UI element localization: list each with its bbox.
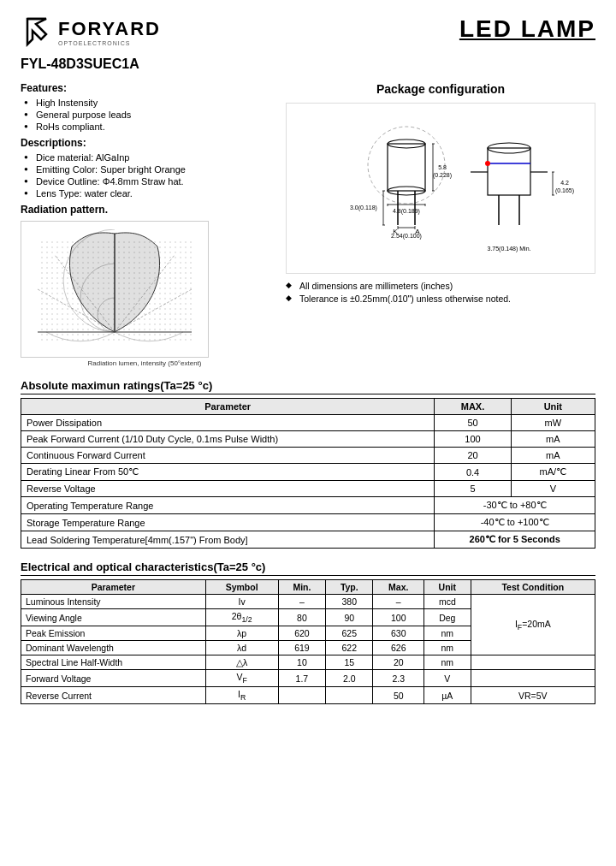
elec-min: 1.7 — [278, 670, 326, 687]
elec-cond: IF=20mA — [471, 595, 595, 655]
elec-unit: nm — [424, 655, 471, 670]
unit-cell: mA — [511, 431, 595, 448]
elec-min: 619 — [278, 641, 326, 655]
elec-unit: nm — [424, 626, 471, 641]
elec-max: 630 — [373, 626, 424, 641]
unit-cell: mA — [511, 448, 595, 464]
package-config-title: Package configuration — [286, 82, 595, 96]
unit-cell: V — [511, 481, 595, 497]
table-row: Reverse Current IR 50 µA VR=5V — [21, 687, 595, 704]
desc-item: Dice material: AlGaInp — [24, 152, 269, 163]
svg-text:3.0(0.118): 3.0(0.118) — [350, 205, 377, 211]
max-cell: 0.4 — [435, 464, 511, 481]
radiation-title: Radiation pattern. — [21, 204, 269, 216]
elec-min — [278, 687, 326, 704]
feature-item: General purpose leads — [24, 110, 269, 120]
combined-cell: 260℃ for 5 Seconds — [435, 531, 595, 549]
table-row: Spectral Line Half-Width △λ 10 15 20 nm — [21, 655, 595, 670]
descriptions-title: Descriptions: — [21, 137, 269, 149]
elec-param: Luminous Intensity — [21, 595, 206, 609]
combined-cell: -30℃ to +80℃ — [435, 497, 595, 514]
elec-max: 626 — [373, 641, 424, 655]
elec-max: 100 — [373, 609, 424, 626]
elec-unit: Deg — [424, 609, 471, 626]
table-row: Power Dissipation 50 mW — [21, 415, 595, 431]
param-cell: Storage Temperature Range — [21, 514, 435, 531]
elec-typ: 622 — [326, 641, 373, 655]
elec-col-typ: Typ. — [326, 580, 373, 595]
svg-marker-0 — [27, 19, 46, 44]
elec-symbol: △λ — [205, 655, 278, 670]
table-row: Operating Temperature Range -30℃ to +80℃ — [21, 497, 595, 514]
elec-col-param: Parameter — [21, 580, 206, 595]
radiation-diagram — [21, 221, 209, 358]
elec-param: Viewing Angle — [21, 609, 206, 626]
elec-min: 620 — [278, 626, 326, 641]
right-column: Package configuration — [286, 82, 595, 367]
svg-text:4.2: 4.2 — [560, 180, 569, 186]
elec-max: – — [373, 595, 424, 609]
param-cell: Peak Forward Current (1/10 Duty Cycle, 0… — [21, 431, 435, 448]
elec-cond — [471, 655, 595, 670]
table-row: Continuous Forward Current 20 mA — [21, 448, 595, 464]
elec-col-unit: Unit — [424, 580, 471, 595]
svg-point-42 — [485, 161, 490, 166]
logo-icon — [21, 15, 53, 48]
elec-unit: µA — [424, 687, 471, 704]
feature-item: High Instensity — [24, 98, 269, 108]
table-row: Storage Temperature Range -40℃ to +100℃ — [21, 514, 595, 531]
svg-text:(0.165): (0.165) — [555, 187, 574, 194]
elec-typ: 380 — [326, 595, 373, 609]
logo-brand: FORYARD — [58, 18, 161, 40]
package-diagram: 4.8(0.189) 5.8 (0.228) 3.0(0.118) K A — [286, 103, 595, 274]
radiation-caption: Radiation lumen, intensity (50°extent) — [21, 359, 269, 367]
col-header-max: MAX. — [435, 399, 511, 415]
max-cell: 5 — [435, 481, 511, 497]
table-row: Derating Linear From 50℃ 0.4 mA/℃ — [21, 464, 595, 481]
table-row: Luminous Intensity Iv – 380 – mcd IF=20m… — [21, 595, 595, 609]
desc-item: Emitting Color: Super bright Orange — [24, 164, 269, 175]
elec-min: – — [278, 595, 326, 609]
pkg-note-2: Tolerance is ±0.25mm(.010") unless other… — [286, 294, 595, 304]
page-title: LED LAMP — [459, 15, 595, 43]
elec-col-max: Max. — [373, 580, 424, 595]
logo-sub: OPTOELECTRONICS — [58, 40, 161, 46]
abs-max-header: Absolute maximun ratings(Ta=25 °c) — [21, 379, 595, 394]
electrical-header: Electrical and optical characteristics(T… — [21, 561, 595, 576]
elec-typ — [326, 687, 373, 704]
svg-rect-35 — [488, 148, 530, 195]
main-content: Features: High Instensity General purpos… — [21, 82, 595, 367]
svg-text:3.75(0.148) Min.: 3.75(0.148) Min. — [488, 246, 531, 252]
elec-typ: 15 — [326, 655, 373, 670]
model-number: FYL-48D3SUEC1A — [21, 56, 595, 72]
package-svg: 4.8(0.189) 5.8 (0.228) 3.0(0.118) K A — [304, 105, 578, 272]
package-notes: All dimensions are millimeters (inches) … — [286, 281, 595, 304]
elec-typ: 90 — [326, 609, 373, 626]
elec-symbol: IR — [205, 687, 278, 704]
elec-unit: V — [424, 670, 471, 687]
elec-cond — [471, 670, 595, 687]
elec-param: Reverse Current — [21, 687, 206, 704]
max-cell: 20 — [435, 448, 511, 464]
table-row: Peak Forward Current (1/10 Duty Cycle, 0… — [21, 431, 595, 448]
svg-text:4.8(0.189): 4.8(0.189) — [393, 208, 420, 215]
logo-text-group: FORYARD OPTOELECTRONICS — [58, 18, 161, 46]
elec-min: 10 — [278, 655, 326, 670]
svg-point-10 — [368, 127, 445, 204]
elec-symbol: 2θ1/2 — [205, 609, 278, 626]
unit-cell: mW — [511, 415, 595, 431]
electrical-table: Parameter Symbol Min. Typ. Max. Unit Tes… — [21, 579, 595, 704]
max-cell: 50 — [435, 415, 511, 431]
elec-symbol: Iv — [205, 595, 278, 609]
elec-symbol: λd — [205, 641, 278, 655]
elec-unit: nm — [424, 641, 471, 655]
param-cell: Lead Soldering Temperature[4mm(.157") Fr… — [21, 531, 435, 549]
svg-rect-12 — [388, 144, 425, 191]
param-cell: Reverse Voltage — [21, 481, 435, 497]
table-row: Lead Soldering Temperature[4mm(.157") Fr… — [21, 531, 595, 549]
svg-text:5.8: 5.8 — [438, 164, 447, 170]
elec-unit: mcd — [424, 595, 471, 609]
elec-max: 2.3 — [373, 670, 424, 687]
param-cell: Derating Linear From 50℃ — [21, 464, 435, 481]
max-cell: 100 — [435, 431, 511, 448]
